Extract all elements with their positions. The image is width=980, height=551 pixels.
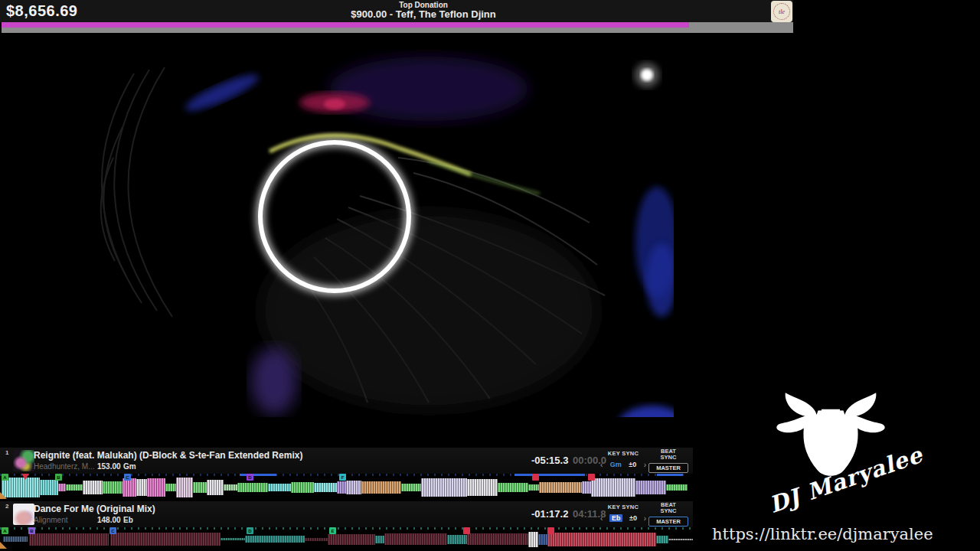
cue-marker-hot[interactable] xyxy=(547,527,554,534)
deck-2-key-sync-label: KEY SYNC xyxy=(599,504,647,510)
deck-1-key: Gm xyxy=(123,462,136,471)
cue-marker-C[interactable]: C xyxy=(109,527,116,534)
donation-total: $8,656.69 xyxy=(6,2,77,20)
deck-1-beat-sync-label: BEAT SYNC xyxy=(657,448,680,461)
cue-marker-F[interactable]: F xyxy=(339,474,346,481)
donation-progress-track xyxy=(2,22,793,33)
cue-marker-C[interactable]: C xyxy=(124,474,131,481)
deck-2-time-remaining: -01:17.2 xyxy=(531,508,568,520)
deck-2-meta: Alignment 148.00 Eb xyxy=(34,516,96,526)
deck-2-header: 2 Dance For Me (Original Mix) Alignment … xyxy=(0,501,693,527)
visualizer-video xyxy=(0,35,674,417)
deck-2-artist: Alignment xyxy=(34,516,96,524)
charity-badge-icon: tle xyxy=(771,1,792,22)
cue-marker-E[interactable]: E xyxy=(329,527,336,534)
cue-marker-hot[interactable] xyxy=(588,474,595,481)
deck-2-number: 2 xyxy=(5,503,8,510)
deck-1-key-up-icon[interactable]: › xyxy=(644,461,646,468)
deck-1-key-sync: KEY SYNC ‹ Gm ±0 › xyxy=(599,450,647,468)
deck-2-beat-sync-label: BEAT SYNC xyxy=(657,502,680,514)
cue-marker-hot[interactable] xyxy=(463,527,470,534)
top-donation: Top Donation $900.00 - Teff, The Teflon … xyxy=(301,1,546,19)
deck-1-beat-sync: BEAT SYNC MASTER xyxy=(648,448,688,473)
deck-1-album-art xyxy=(13,450,34,471)
top-donation-value: $900.00 - Teff, The Teflon Djinn xyxy=(301,9,546,19)
deck-2-master-button[interactable]: MASTER xyxy=(648,517,688,527)
deck-2-key-sync: KEY SYNC ‹ Eb ±0 › xyxy=(599,504,647,522)
visualizer-art xyxy=(0,35,674,417)
cue-marker-A[interactable]: A xyxy=(2,527,8,534)
memory-cue-triangle xyxy=(0,492,7,499)
deck-1-bpm: 153.00 xyxy=(97,462,121,471)
donation-topbar: $8,656.69 Top Donation $900.00 - Teff, T… xyxy=(0,0,793,22)
deck-1-master-button[interactable]: MASTER xyxy=(648,463,688,473)
deck-1-waveform[interactable]: ABCDF xyxy=(0,474,688,499)
cue-marker-D[interactable]: D xyxy=(247,474,253,481)
deck-2-key: Eb xyxy=(123,516,133,524)
dj-branding: DJ Maryalee https://linktr.ee/djmaryalee xyxy=(704,383,934,551)
deck-2: 2 Dance For Me (Original Mix) Alignment … xyxy=(0,501,693,527)
donation-progress-fill xyxy=(2,22,689,28)
linktree-url[interactable]: https://linktr.ee/djmaryalee xyxy=(712,525,934,543)
deck-2-album-art xyxy=(13,504,34,525)
deck-2-beat-sync: BEAT SYNC MASTER xyxy=(648,502,688,527)
deck-1-key-down-icon[interactable]: ‹ xyxy=(600,461,603,468)
deck-2-key-value[interactable]: Eb xyxy=(609,514,623,522)
cue-marker-D[interactable]: D xyxy=(247,527,253,534)
deck-1-track-title: Reignite (feat. Malukah) (D-Block & S-te… xyxy=(34,450,493,461)
cue-marker-B[interactable]: B xyxy=(55,474,62,481)
cue-marker-hot[interactable] xyxy=(532,474,539,481)
hot-cue-triangle xyxy=(21,474,29,480)
deck-1-header: 1 Reignite (feat. Malukah) (D-Block & S-… xyxy=(0,448,693,474)
deck-2-bpm: 148.00 xyxy=(97,516,121,524)
deck-2-track-title: Dance For Me (Original Mix) xyxy=(34,504,493,514)
deck-1-key-sync-label: KEY SYNC xyxy=(599,450,647,457)
deck-1-key-shift: ±0 xyxy=(629,461,636,468)
deck-1-meta: Headhunterz, M... 153.00 Gm xyxy=(34,462,96,472)
deck-1-time-remaining: -05:15.3 xyxy=(531,455,568,466)
cue-marker-B[interactable]: B xyxy=(28,527,35,534)
deck-2-waveform[interactable]: ABCDE xyxy=(0,527,693,549)
memory-cue-triangle xyxy=(0,542,7,549)
deck-2-key-up-icon[interactable]: › xyxy=(644,515,646,522)
deck-2-key-shift: ±0 xyxy=(629,514,637,522)
cue-marker-A[interactable]: A xyxy=(2,474,8,481)
charity-badge-text: tle xyxy=(773,3,790,20)
deck-1: 1 Reignite (feat. Malukah) (D-Block & S-… xyxy=(0,448,693,474)
deck-1-number: 1 xyxy=(5,449,8,456)
deck-1-key-value[interactable]: Gm xyxy=(610,461,622,468)
deck-2-key-down-icon[interactable]: ‹ xyxy=(600,515,603,522)
stream-overlay: $8,656.69 Top Donation $900.00 - Teff, T… xyxy=(0,0,980,551)
deck-1-artist: Headhunterz, M... xyxy=(34,462,96,471)
